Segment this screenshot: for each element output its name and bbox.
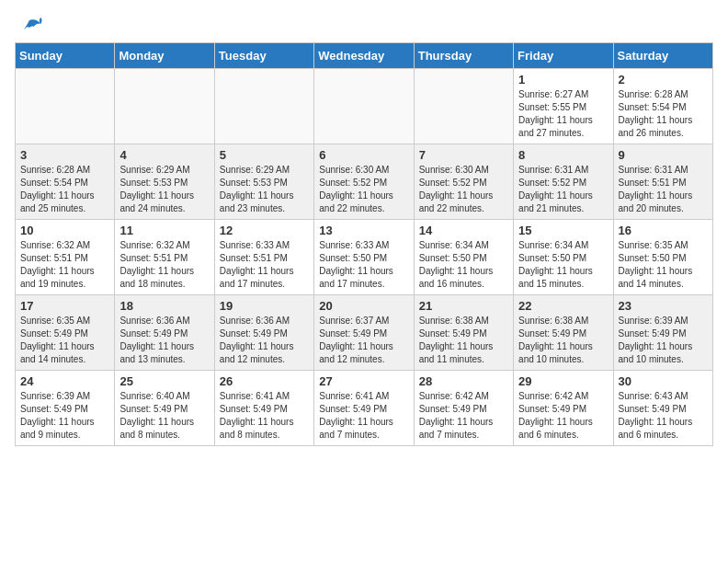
day-info: Sunrise: 6:35 AM Sunset: 5:50 PM Dayligh… — [619, 239, 708, 291]
day-number: 26 — [220, 374, 309, 388]
day-number: 7 — [419, 148, 508, 162]
day-info: Sunrise: 6:33 AM Sunset: 5:50 PM Dayligh… — [319, 239, 408, 291]
day-number: 15 — [518, 224, 608, 237]
calendar-cell: 7Sunrise: 6:30 AM Sunset: 5:52 PM Daylig… — [414, 144, 513, 220]
calendar-cell: 1Sunrise: 6:27 AM Sunset: 5:55 PM Daylig… — [514, 69, 613, 144]
day-number: 27 — [319, 374, 408, 388]
day-number: 29 — [518, 374, 608, 388]
calendar-cell: 21Sunrise: 6:38 AM Sunset: 5:49 PM Dayli… — [414, 295, 513, 371]
day-info: Sunrise: 6:36 AM Sunset: 5:49 PM Dayligh… — [220, 315, 309, 366]
day-info: Sunrise: 6:30 AM Sunset: 5:52 PM Dayligh… — [319, 164, 408, 215]
weekday-header-thursday: Thursday — [414, 43, 513, 69]
day-info: Sunrise: 6:31 AM Sunset: 5:52 PM Dayligh… — [518, 164, 608, 215]
calendar-week-row: 10Sunrise: 6:32 AM Sunset: 5:51 PM Dayli… — [16, 220, 713, 295]
day-info: Sunrise: 6:36 AM Sunset: 5:49 PM Dayligh… — [119, 315, 209, 366]
logo-bird-icon — [17, 15, 42, 40]
calendar-table: SundayMondayTuesdayWednesdayThursdayFrid… — [15, 42, 713, 446]
weekday-header-row: SundayMondayTuesdayWednesdayThursdayFrid… — [16, 43, 713, 69]
day-number: 2 — [619, 73, 708, 86]
day-info: Sunrise: 6:30 AM Sunset: 5:52 PM Dayligh… — [419, 164, 508, 215]
day-info: Sunrise: 6:34 AM Sunset: 5:50 PM Dayligh… — [419, 239, 508, 291]
day-info: Sunrise: 6:32 AM Sunset: 5:51 PM Dayligh… — [20, 239, 109, 291]
calendar-cell: 20Sunrise: 6:37 AM Sunset: 5:49 PM Dayli… — [314, 295, 414, 371]
day-number: 9 — [619, 148, 708, 162]
day-number: 28 — [419, 374, 508, 388]
weekday-header-monday: Monday — [115, 43, 214, 69]
calendar-cell: 17Sunrise: 6:35 AM Sunset: 5:49 PM Dayli… — [16, 295, 115, 371]
calendar-cell: 23Sunrise: 6:39 AM Sunset: 5:49 PM Dayli… — [613, 295, 712, 371]
day-number: 20 — [319, 299, 408, 313]
calendar-week-row: 24Sunrise: 6:39 AM Sunset: 5:49 PM Dayli… — [16, 371, 713, 446]
day-info: Sunrise: 6:39 AM Sunset: 5:49 PM Dayligh… — [20, 390, 109, 442]
calendar-cell: 5Sunrise: 6:29 AM Sunset: 5:53 PM Daylig… — [214, 144, 313, 220]
calendar-cell: 13Sunrise: 6:33 AM Sunset: 5:50 PM Dayli… — [314, 220, 414, 295]
day-info: Sunrise: 6:29 AM Sunset: 5:53 PM Dayligh… — [220, 164, 309, 215]
day-info: Sunrise: 6:32 AM Sunset: 5:51 PM Dayligh… — [119, 239, 209, 291]
calendar-cell: 4Sunrise: 6:29 AM Sunset: 5:53 PM Daylig… — [115, 144, 214, 220]
day-info: Sunrise: 6:38 AM Sunset: 5:49 PM Dayligh… — [419, 315, 508, 366]
day-info: Sunrise: 6:33 AM Sunset: 5:51 PM Dayligh… — [220, 239, 309, 291]
day-info: Sunrise: 6:28 AM Sunset: 5:54 PM Dayligh… — [20, 164, 109, 215]
day-info: Sunrise: 6:38 AM Sunset: 5:49 PM Dayligh… — [518, 315, 608, 366]
day-number: 14 — [419, 224, 508, 237]
day-info: Sunrise: 6:42 AM Sunset: 5:49 PM Dayligh… — [419, 390, 508, 442]
day-info: Sunrise: 6:29 AM Sunset: 5:53 PM Dayligh… — [119, 164, 209, 215]
day-number: 24 — [20, 374, 109, 388]
day-number: 17 — [20, 299, 109, 313]
day-number: 11 — [119, 224, 209, 237]
day-number: 19 — [220, 299, 309, 313]
calendar-cell — [314, 69, 414, 144]
calendar-cell: 25Sunrise: 6:40 AM Sunset: 5:49 PM Dayli… — [115, 371, 214, 446]
day-number: 10 — [20, 224, 109, 237]
calendar-cell: 10Sunrise: 6:32 AM Sunset: 5:51 PM Dayli… — [16, 220, 115, 295]
day-info: Sunrise: 6:40 AM Sunset: 5:49 PM Dayligh… — [119, 390, 209, 442]
calendar-cell: 12Sunrise: 6:33 AM Sunset: 5:51 PM Dayli… — [214, 220, 313, 295]
calendar-cell — [214, 69, 313, 144]
calendar-cell: 28Sunrise: 6:42 AM Sunset: 5:49 PM Dayli… — [414, 371, 513, 446]
weekday-header-saturday: Saturday — [613, 43, 712, 69]
day-number: 18 — [119, 299, 209, 313]
day-info: Sunrise: 6:37 AM Sunset: 5:49 PM Dayligh… — [319, 315, 408, 366]
calendar-cell: 2Sunrise: 6:28 AM Sunset: 5:54 PM Daylig… — [613, 69, 712, 144]
calendar-cell: 9Sunrise: 6:31 AM Sunset: 5:51 PM Daylig… — [613, 144, 712, 220]
day-number: 25 — [119, 374, 209, 388]
weekday-header-sunday: Sunday — [16, 43, 115, 69]
calendar-cell: 8Sunrise: 6:31 AM Sunset: 5:52 PM Daylig… — [514, 144, 613, 220]
calendar-cell: 24Sunrise: 6:39 AM Sunset: 5:49 PM Dayli… — [16, 371, 115, 446]
day-info: Sunrise: 6:34 AM Sunset: 5:50 PM Dayligh… — [518, 239, 608, 291]
day-number: 6 — [319, 148, 408, 162]
day-info: Sunrise: 6:27 AM Sunset: 5:55 PM Dayligh… — [518, 88, 608, 140]
day-number: 16 — [619, 224, 708, 237]
calendar-cell: 27Sunrise: 6:41 AM Sunset: 5:49 PM Dayli… — [314, 371, 414, 446]
calendar-cell: 11Sunrise: 6:32 AM Sunset: 5:51 PM Dayli… — [115, 220, 214, 295]
calendar-week-row: 3Sunrise: 6:28 AM Sunset: 5:54 PM Daylig… — [16, 144, 713, 220]
day-number: 13 — [319, 224, 408, 237]
logo — [15, 15, 42, 35]
weekday-header-friday: Friday — [514, 43, 613, 69]
day-number: 3 — [20, 148, 109, 162]
calendar-cell — [16, 69, 115, 144]
weekday-header-tuesday: Tuesday — [214, 43, 313, 69]
day-number: 8 — [518, 148, 608, 162]
calendar-week-row: 17Sunrise: 6:35 AM Sunset: 5:49 PM Dayli… — [16, 295, 713, 371]
day-info: Sunrise: 6:42 AM Sunset: 5:49 PM Dayligh… — [518, 390, 608, 442]
calendar-cell: 30Sunrise: 6:43 AM Sunset: 5:49 PM Dayli… — [613, 371, 712, 446]
calendar-cell: 15Sunrise: 6:34 AM Sunset: 5:50 PM Dayli… — [514, 220, 613, 295]
day-info: Sunrise: 6:35 AM Sunset: 5:49 PM Dayligh… — [20, 315, 109, 366]
calendar-cell — [115, 69, 214, 144]
day-number: 1 — [518, 73, 608, 86]
calendar-cell — [414, 69, 513, 144]
calendar-cell: 26Sunrise: 6:41 AM Sunset: 5:49 PM Dayli… — [214, 371, 313, 446]
calendar-cell: 19Sunrise: 6:36 AM Sunset: 5:49 PM Dayli… — [214, 295, 313, 371]
calendar-cell: 6Sunrise: 6:30 AM Sunset: 5:52 PM Daylig… — [314, 144, 414, 220]
weekday-header-wednesday: Wednesday — [314, 43, 414, 69]
calendar-week-row: 1Sunrise: 6:27 AM Sunset: 5:55 PM Daylig… — [16, 69, 713, 144]
day-number: 23 — [619, 299, 708, 313]
header — [15, 15, 713, 35]
day-info: Sunrise: 6:41 AM Sunset: 5:49 PM Dayligh… — [220, 390, 309, 442]
day-info: Sunrise: 6:41 AM Sunset: 5:49 PM Dayligh… — [319, 390, 408, 442]
calendar-cell: 14Sunrise: 6:34 AM Sunset: 5:50 PM Dayli… — [414, 220, 513, 295]
day-number: 30 — [619, 374, 708, 388]
day-number: 21 — [419, 299, 508, 313]
calendar-cell: 29Sunrise: 6:42 AM Sunset: 5:49 PM Dayli… — [514, 371, 613, 446]
